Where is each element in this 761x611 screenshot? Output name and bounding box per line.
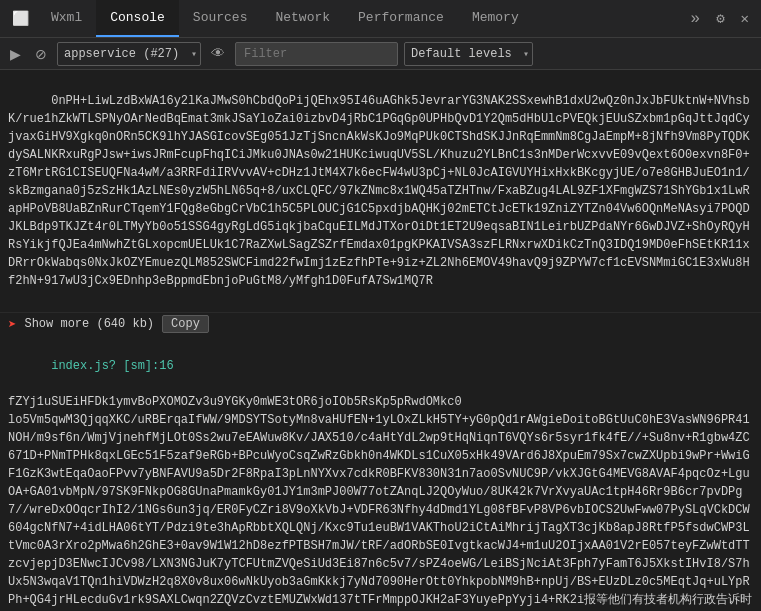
appservice-select[interactable]: appservice (#27) — [57, 42, 201, 66]
devtools-icon: ⬜ — [12, 10, 29, 27]
log-text-1: 0nPH+LiwLzdBxWA16y2lKaJMwS0hCbdQoPijQEhx… — [8, 94, 750, 288]
tab-wxml[interactable]: Wxml — [37, 0, 96, 37]
tab-wxml-label: Wxml — [51, 10, 82, 25]
source-link[interactable]: index.js? [sm]:16 — [51, 359, 173, 373]
tab-performance-label: Performance — [358, 10, 444, 25]
levels-select-wrapper: Default levels — [404, 42, 533, 66]
eye-icon[interactable]: 👁 — [207, 44, 229, 64]
tab-bar: ⬜ Wxml Console Sources Network Performan… — [0, 0, 761, 38]
tab-performance[interactable]: Performance — [344, 0, 458, 37]
devtools-icon-area: ⬜ — [4, 10, 37, 27]
log-text-2: fZYj1uSUEiHFDk1ymvBoPXOMOZv3u9YGKy0mWE3t… — [8, 395, 752, 611]
settings-icon[interactable]: ⚙ — [708, 6, 732, 31]
tab-console-label: Console — [110, 10, 165, 25]
log-block-1: 0nPH+LiwLzdBxWA16y2lKaJMwS0hCbdQoPijQEhx… — [0, 70, 761, 313]
filter-input[interactable] — [235, 42, 398, 66]
tab-network-label: Network — [275, 10, 330, 25]
log-area[interactable]: 0nPH+LiwLzdBxWA16y2lKaJMwS0hCbdQoPijQEhx… — [0, 70, 761, 611]
close-icon[interactable]: ✕ — [733, 6, 757, 31]
console-toolbar: ▶ ⊘ appservice (#27) 👁 Default levels — [0, 38, 761, 70]
run-button[interactable]: ▶ — [6, 44, 25, 64]
more-tabs-icon[interactable]: » — [683, 6, 709, 32]
log-block-2: index.js? [sm]:16 fZYj1uSUEiHFDk1ymvBoPX… — [0, 335, 761, 611]
tab-memory-label: Memory — [472, 10, 519, 25]
copy-button[interactable]: Copy — [162, 315, 209, 333]
show-more-text: Show more (640 kb) — [24, 317, 154, 331]
tab-network[interactable]: Network — [261, 0, 344, 37]
tab-console[interactable]: Console — [96, 0, 179, 37]
stop-button[interactable]: ⊘ — [31, 44, 51, 64]
tab-sources-label: Sources — [193, 10, 248, 25]
content-area: 0nPH+LiwLzdBxWA16y2lKaJMwS0hCbdQoPijQEhx… — [0, 70, 761, 611]
show-more-line: ➤ Show more (640 kb) Copy — [0, 313, 761, 335]
appservice-select-wrapper: appservice (#27) — [57, 42, 201, 66]
arrow-icon: ➤ — [8, 316, 16, 333]
tab-sources[interactable]: Sources — [179, 0, 262, 37]
tab-memory[interactable]: Memory — [458, 0, 533, 37]
levels-select[interactable]: Default levels — [404, 42, 533, 66]
